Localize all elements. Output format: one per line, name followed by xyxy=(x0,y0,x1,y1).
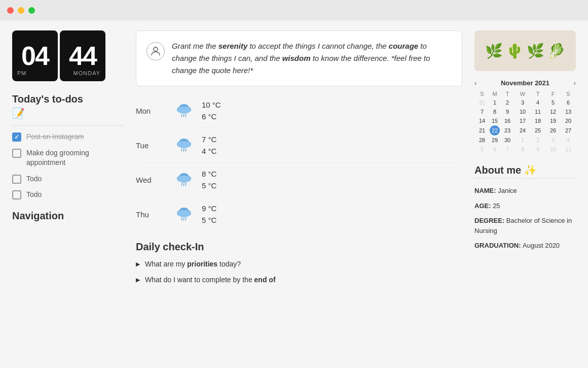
svg-point-18 xyxy=(178,176,190,183)
cal-day[interactable]: 16 xyxy=(500,116,515,125)
calendar-prev[interactable]: ‹ xyxy=(474,79,476,87)
todo-checkbox-3[interactable] xyxy=(12,175,21,184)
calendar-next[interactable]: › xyxy=(574,79,576,87)
cal-day[interactable]: 6 xyxy=(561,98,576,107)
weather-low-1: 4 °C xyxy=(202,146,216,157)
cal-day[interactable]: 9 xyxy=(530,145,545,154)
weather-row-tue: Tue 7 °C 4 °C xyxy=(136,129,462,162)
calendar-widget: ‹ November 2021 › S M T W T F S xyxy=(474,79,576,154)
svg-line-12 xyxy=(181,149,182,151)
weather-temps-1: 7 °C 4 °C xyxy=(202,134,216,157)
cal-day[interactable]: 28 xyxy=(474,136,490,145)
todos-divider xyxy=(12,125,124,126)
svg-line-7 xyxy=(186,114,186,117)
cal-day[interactable]: 29 xyxy=(490,136,500,145)
cal-day[interactable]: 3 xyxy=(545,136,561,145)
svg-line-20 xyxy=(183,183,184,186)
weather-high-1: 7 °C xyxy=(202,134,216,146)
cal-day[interactable]: 24 xyxy=(515,125,530,136)
plant-4: 🥬 xyxy=(547,43,565,59)
clock-hours-block: 04 PM xyxy=(12,30,58,81)
cal-day[interactable]: 4 xyxy=(561,136,576,145)
cal-day[interactable]: 21 xyxy=(474,125,490,136)
weather-temps-0: 10 °C 6 °C xyxy=(202,99,221,122)
todo-checkbox-1[interactable] xyxy=(12,132,21,142)
cal-day[interactable]: 30 xyxy=(500,136,515,145)
todo-text-2: Make dog grooming appointment xyxy=(26,148,124,168)
cal-day[interactable]: 6 xyxy=(490,145,500,154)
clock-minutes-block: 44 MONDAY xyxy=(60,30,105,81)
checkin-arrow-2: ▶ xyxy=(136,276,140,284)
cal-day[interactable]: 5 xyxy=(474,145,490,154)
clock-period: PM xyxy=(17,70,27,76)
cal-day[interactable]: 23 xyxy=(500,125,515,136)
cal-day-today[interactable]: 22 xyxy=(490,125,500,136)
close-button[interactable] xyxy=(7,7,14,14)
cal-day[interactable]: 10 xyxy=(545,145,561,154)
about-age-label: AGE: xyxy=(474,202,493,210)
svg-line-5 xyxy=(181,114,182,117)
cal-day[interactable]: 8 xyxy=(490,107,500,116)
cal-day[interactable]: 2 xyxy=(530,136,545,145)
cal-day[interactable]: 5 xyxy=(545,98,561,107)
cal-day[interactable]: 1 xyxy=(490,98,500,107)
svg-point-0 xyxy=(154,47,158,51)
cal-day[interactable]: 27 xyxy=(561,125,576,136)
todo-text-3: Todo xyxy=(26,174,42,184)
cal-week-2: 7 8 9 10 11 12 13 xyxy=(474,107,576,116)
clock-minutes: 44 xyxy=(69,43,96,69)
cal-day[interactable]: 15 xyxy=(490,116,500,125)
weather-icon-3 xyxy=(166,205,202,224)
svg-point-25 xyxy=(178,210,190,217)
cal-day[interactable]: 13 xyxy=(561,107,576,116)
checkin-text-2: What do I want to complete by the end of xyxy=(145,275,276,285)
cal-day[interactable]: 11 xyxy=(530,107,545,116)
about-graduation-row: GRADUATION: August 2020 xyxy=(474,241,576,251)
todo-checkbox-4[interactable] xyxy=(12,190,21,199)
weather-row-wed: Wed 8 °C 5 °C xyxy=(136,163,462,197)
todo-item-4: Todo xyxy=(12,190,124,200)
about-title: About me ✨ xyxy=(474,164,576,176)
todo-checkbox-2[interactable] xyxy=(12,149,21,158)
checkin-item-2: ▶ What do I want to complete by the end … xyxy=(136,275,462,285)
weather-high-0: 10 °C xyxy=(202,99,221,111)
cal-day[interactable]: 9 xyxy=(500,107,515,116)
todo-text-4: Todo xyxy=(26,190,42,200)
cal-day[interactable]: 25 xyxy=(530,125,545,136)
cal-day[interactable]: 19 xyxy=(545,116,561,125)
minimize-button[interactable] xyxy=(18,7,24,14)
about-graduation-value: August 2020 xyxy=(523,242,560,249)
cal-day[interactable]: 10 xyxy=(515,107,530,116)
quote-card: Grant me the serenity to accept the thin… xyxy=(136,30,462,86)
cal-day[interactable]: 8 xyxy=(515,145,530,154)
cal-day[interactable]: 18 xyxy=(530,116,545,125)
checkin-item-1: ▶ What are my priorities today? xyxy=(136,259,462,270)
cal-day[interactable]: 7 xyxy=(500,145,515,154)
cal-day[interactable]: 11 xyxy=(561,145,576,154)
cal-week-6: 5 6 7 8 9 10 11 xyxy=(474,145,576,154)
cal-th-f: F xyxy=(545,90,561,98)
cal-day[interactable]: 2 xyxy=(500,98,515,107)
calendar-grid: S M T W T F S 31 1 2 3 4 xyxy=(474,90,576,154)
cal-day[interactable]: 3 xyxy=(515,98,530,107)
about-divider xyxy=(474,178,576,179)
weather-high-2: 8 °C xyxy=(202,169,216,180)
cal-day[interactable]: 12 xyxy=(545,107,561,116)
cal-day[interactable]: 17 xyxy=(515,116,530,125)
cal-day[interactable]: 31 xyxy=(474,98,490,107)
cal-week-1: 31 1 2 3 4 5 6 xyxy=(474,98,576,107)
weather-temps-3: 9 °C 5 °C xyxy=(202,203,216,226)
todos-title: Today's to-dos xyxy=(12,93,124,105)
cal-day[interactable]: 1 xyxy=(515,136,530,145)
maximize-button[interactable] xyxy=(28,7,35,14)
todo-text-1: Post on Instagram xyxy=(26,132,84,142)
svg-line-14 xyxy=(186,149,186,151)
cal-day[interactable]: 4 xyxy=(530,98,545,107)
weather-day-3: Thu xyxy=(136,210,166,219)
cal-day[interactable]: 7 xyxy=(474,107,490,116)
cal-day[interactable]: 26 xyxy=(545,125,561,136)
cal-day[interactable]: 14 xyxy=(474,116,490,125)
cal-day[interactable]: 20 xyxy=(561,116,576,125)
cal-th-t2: T xyxy=(530,90,545,98)
about-degree-label: DEGREE: xyxy=(474,217,506,224)
